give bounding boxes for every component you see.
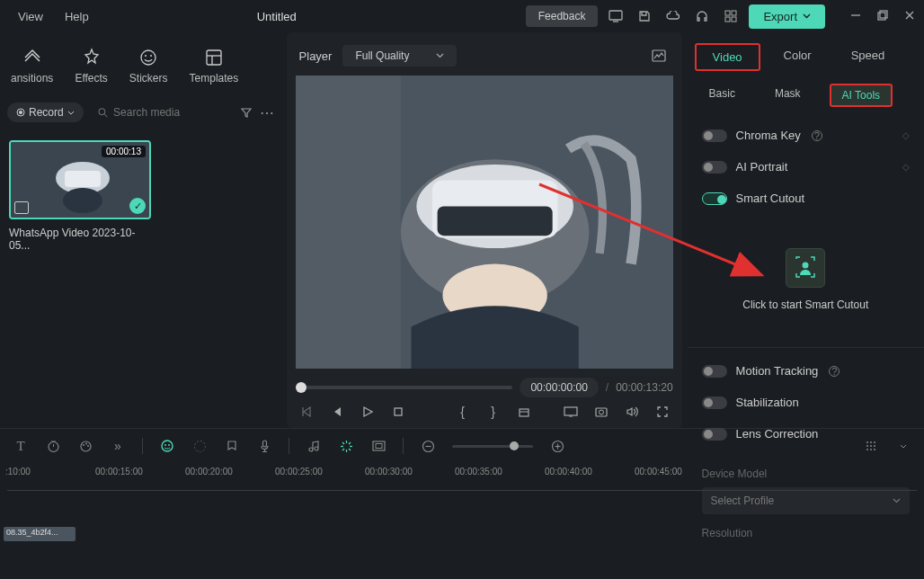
progress-thumb[interactable] [296,382,307,393]
step-back-button[interactable] [330,405,344,419]
chevron-down-icon [436,53,444,58]
music-icon[interactable] [306,438,322,454]
tab-color[interactable]: Color [768,43,828,71]
search-box[interactable] [91,102,233,122]
document-title: Untitled [100,10,526,23]
info-icon[interactable]: ? [829,366,840,377]
grid-icon[interactable] [720,5,742,27]
svg-rect-7 [878,13,885,20]
timeline-clip[interactable]: 08.35_4b2f4... [4,527,76,541]
subtab-basic[interactable]: Basic [698,84,746,107]
close-button[interactable] [904,10,917,22]
mic-icon[interactable] [256,438,272,454]
stabilization-switch[interactable] [702,396,727,409]
quality-select[interactable]: Full Quality [342,45,457,67]
svg-point-18 [19,111,22,114]
svg-point-74 [870,449,872,450]
svg-point-24 [63,188,102,213]
camera-icon[interactable] [594,405,609,419]
tab-video[interactable]: Video [695,43,760,71]
chroma-key-switch[interactable] [702,129,727,142]
headphones-icon[interactable] [691,5,713,27]
menu-help[interactable]: Help [54,10,100,23]
svg-point-70 [866,445,868,447]
tab-effects[interactable]: Effects [75,47,107,85]
minimize-button[interactable] [850,10,863,22]
filter-icon[interactable] [240,106,253,119]
progress-bar[interactable] [296,386,513,389]
search-input[interactable] [113,106,225,119]
mark-out-button[interactable]: } [486,405,501,419]
svg-point-19 [99,108,105,114]
lens-correction-switch[interactable] [702,428,727,441]
tab-transitions[interactable]: ansitions [11,47,53,85]
adjust-icon[interactable] [191,438,208,454]
timeline-ruler[interactable]: :10:00 00:00:15:00 00:00:20:00 00:00:25:… [0,463,924,477]
settings-chevron-icon[interactable] [895,438,911,454]
toggle-smart-cutout[interactable]: Smart Cutout [688,183,924,214]
tab-templates[interactable]: Templates [190,47,239,85]
volume-icon[interactable] [625,405,639,419]
media-clip[interactable]: 00:00:13 ✓ WhatsApp Video 2023-10-05... [9,140,151,252]
menu-view[interactable]: View [7,10,54,23]
toggle-motion-tracking[interactable]: Motion Tracking ? [688,355,924,387]
stop-button[interactable] [391,405,405,419]
svg-point-13 [150,55,152,57]
cloud-icon[interactable] [662,5,684,27]
info-icon[interactable]: ? [812,130,822,141]
svg-rect-5 [732,17,736,22]
crop-icon[interactable] [517,405,531,419]
zoom-knob[interactable] [510,441,519,450]
snapshot-icon[interactable] [648,45,670,67]
export-button[interactable]: Export [749,4,825,29]
maximize-button[interactable] [877,10,890,22]
play-button[interactable] [360,405,375,419]
svg-rect-8 [880,11,887,18]
mark-in-button[interactable]: { [456,405,470,419]
svg-rect-33 [395,408,402,415]
svg-point-72 [874,445,875,447]
keyframe-icon[interactable]: ◇ [902,162,910,172]
svg-point-48 [164,444,166,446]
display-icon[interactable] [605,5,626,27]
aspect-icon[interactable] [370,438,386,454]
clip-thumbnail[interactable]: 00:00:13 ✓ [9,140,151,219]
tracks-icon[interactable] [863,438,879,454]
record-button[interactable]: Record [7,102,84,122]
clip-type-badge [14,201,29,214]
svg-rect-60 [373,441,385,450]
svg-point-47 [162,441,173,451]
smart-cutout-button[interactable] [786,248,825,288]
toggle-lens-correction[interactable]: Lens Correction [688,418,924,450]
fullscreen-icon[interactable] [655,405,670,419]
svg-line-57 [349,449,351,450]
keyframe-icon[interactable]: ◇ [902,130,910,140]
tab-stickers[interactable]: Stickers [129,47,168,85]
record-icon [16,108,25,117]
subtab-mask[interactable]: Mask [764,84,812,107]
save-icon[interactable] [634,5,655,27]
color-icon[interactable] [77,438,93,454]
toggle-chroma-key[interactable]: Chroma Key ? ◇ [688,120,924,151]
ai-tool-icon[interactable] [159,438,175,454]
highlight-icon[interactable] [338,438,354,454]
text-tool-icon[interactable]: T [13,438,29,454]
timer-icon[interactable] [45,438,61,454]
ai-portrait-switch[interactable] [702,161,727,174]
zoom-slider[interactable] [452,445,533,448]
player-preview[interactable] [296,76,673,369]
more-icon[interactable]: ⋯ [260,104,274,121]
motion-tracking-switch[interactable] [702,365,727,378]
marker-icon[interactable] [224,438,240,454]
toggle-ai-portrait[interactable]: AI Portrait ◇ [688,151,924,183]
zoom-in-icon[interactable] [549,438,565,454]
more-tools-icon[interactable]: » [110,438,126,454]
tab-speed[interactable]: Speed [835,43,902,71]
display-settings-icon[interactable] [564,405,578,419]
smart-cutout-switch[interactable] [702,192,727,205]
toggle-stabilization[interactable]: Stabilization [688,387,924,418]
feedback-button[interactable]: Feedback [526,5,599,27]
prev-frame-button[interactable] [299,405,314,419]
subtab-ai-tools[interactable]: AI Tools [830,84,893,107]
zoom-out-icon[interactable] [420,438,436,454]
